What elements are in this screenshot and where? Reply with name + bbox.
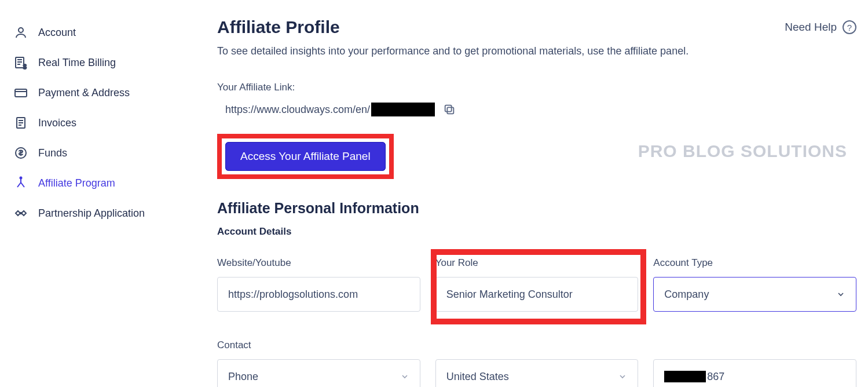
redacted-block xyxy=(664,371,706,382)
contact-label: Contact xyxy=(217,339,420,351)
help-label: Need Help xyxy=(785,21,837,34)
chevron-down-icon xyxy=(618,372,627,381)
spacer-label xyxy=(435,339,639,351)
account-type-label: Account Type xyxy=(653,257,856,269)
person-icon xyxy=(14,25,28,39)
svg-point-0 xyxy=(19,28,23,32)
phone-suffix: 867 xyxy=(707,371,724,383)
country-group: United States xyxy=(435,339,639,387)
affiliate-link-prefix: https://www.cloudways.com/en/ xyxy=(225,104,370,116)
sidebar-item-affiliate[interactable]: Affiliate Program xyxy=(14,168,206,198)
watermark: PRO BLOG SOLUTIONS xyxy=(638,141,847,161)
country-select[interactable]: United States xyxy=(435,359,639,387)
affiliate-link-text: https://www.cloudways.com/en/ xyxy=(217,103,435,116)
help-link[interactable]: Need Help ? xyxy=(785,20,856,34)
contact-value: Phone xyxy=(228,371,258,383)
sidebar-item-label: Account xyxy=(38,27,76,39)
section-subtitle: Account Details xyxy=(217,226,856,238)
affiliate-link-label: Your Affiliate Link: xyxy=(217,82,856,93)
sidebar-item-payment[interactable]: Payment & Address xyxy=(14,78,206,108)
website-group: Website/Youtube xyxy=(217,257,420,312)
account-type-group: Account Type Company xyxy=(653,257,856,312)
access-panel-button[interactable]: Access Your Affiliate Panel xyxy=(225,142,386,171)
role-group: Your Role xyxy=(435,257,639,312)
sidebar-item-invoices[interactable]: Invoices xyxy=(14,108,206,138)
panel-button-highlight: Access Your Affiliate Panel xyxy=(217,134,394,179)
phone-input[interactable]: 867 xyxy=(653,359,856,387)
svg-text:$: $ xyxy=(23,64,27,70)
sidebar-item-label: Real Time Billing xyxy=(38,57,116,69)
svg-rect-3 xyxy=(15,89,27,97)
main-content: Affiliate Profile Need Help ? To see det… xyxy=(206,0,868,387)
role-input[interactable] xyxy=(435,277,639,312)
page-subtitle: To see detailed insights into your perfo… xyxy=(217,45,856,57)
sidebar-item-label: Affiliate Program xyxy=(38,177,115,189)
account-type-select[interactable]: Company xyxy=(653,277,856,312)
copy-icon[interactable] xyxy=(443,103,456,116)
affiliate-link-row: https://www.cloudways.com/en/ xyxy=(217,103,856,116)
account-type-value: Company xyxy=(664,289,709,301)
dollar-icon xyxy=(14,146,28,160)
merge-icon xyxy=(14,176,28,190)
sidebar-item-partnership[interactable]: Partnership Application xyxy=(14,198,206,228)
sidebar-item-billing[interactable]: $ Real Time Billing xyxy=(14,48,206,78)
svg-rect-8 xyxy=(445,105,452,112)
section-title: Affiliate Personal Information xyxy=(217,200,856,217)
sidebar-item-label: Partnership Application xyxy=(38,207,145,220)
svg-rect-7 xyxy=(447,107,453,114)
sidebar: Account $ Real Time Billing Payment & Ad… xyxy=(0,0,206,387)
billing-icon: $ xyxy=(14,56,28,70)
sidebar-item-label: Funds xyxy=(38,147,67,159)
chevron-down-icon xyxy=(400,372,409,381)
chevron-down-icon xyxy=(836,290,845,299)
handshake-icon xyxy=(14,206,28,220)
redacted-block xyxy=(371,103,435,116)
contact-group: Contact Phone xyxy=(217,339,420,387)
svg-point-6 xyxy=(20,177,22,179)
question-icon: ? xyxy=(843,20,856,34)
website-input[interactable] xyxy=(217,277,420,312)
country-value: United States xyxy=(446,371,509,383)
page-title: Affiliate Profile xyxy=(217,17,340,37)
sidebar-item-label: Invoices xyxy=(38,117,76,129)
invoice-icon xyxy=(14,116,28,130)
phone-group: 867 xyxy=(653,339,856,387)
sidebar-item-funds[interactable]: Funds xyxy=(14,138,206,168)
card-icon xyxy=(14,86,28,100)
sidebar-item-account[interactable]: Account xyxy=(14,17,206,48)
role-label: Your Role xyxy=(435,257,639,269)
website-label: Website/Youtube xyxy=(217,257,420,269)
contact-select[interactable]: Phone xyxy=(217,359,420,387)
sidebar-item-label: Payment & Address xyxy=(38,87,130,99)
spacer-label xyxy=(653,339,856,351)
